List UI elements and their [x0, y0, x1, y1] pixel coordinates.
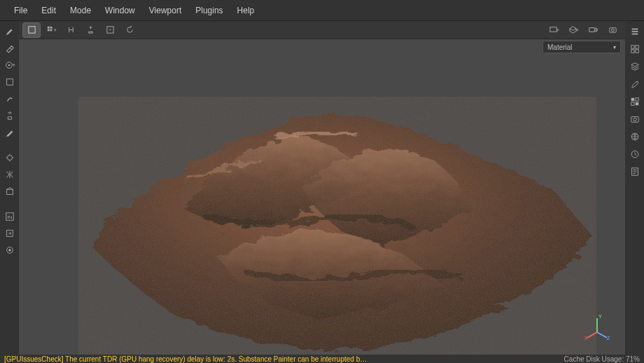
world-icon[interactable] [628, 130, 642, 143]
svg-rect-38 [631, 117, 638, 123]
svg-rect-14 [50, 29, 52, 32]
viewport-toolbar: ▾ ▾ ▾ ▾ [19, 21, 625, 39]
menu-viewport[interactable]: Viewport [142, 6, 188, 15]
menu-file[interactable]: File [7, 6, 34, 15]
bake-icon[interactable] [3, 151, 17, 164]
svg-text:Ps: Ps [7, 214, 12, 219]
svg-rect-31 [635, 46, 638, 48]
material-dropdown[interactable]: Material ▾ [542, 41, 621, 53]
svg-rect-35 [635, 98, 638, 101]
chevron-down-icon: ▾ [613, 44, 616, 50]
mirror-icon[interactable] [3, 168, 17, 181]
menu-mode[interactable]: Mode [63, 6, 98, 15]
svg-point-3 [7, 156, 12, 160]
svg-text:Y: Y [598, 314, 602, 319]
svg-line-23 [597, 332, 607, 338]
svg-rect-33 [635, 50, 638, 53]
svg-point-16 [109, 29, 111, 31]
material-dropdown-label: Material [547, 43, 573, 51]
menu-plugins[interactable]: Plugins [188, 6, 230, 15]
clone-icon[interactable] [3, 109, 17, 122]
svg-rect-12 [50, 27, 52, 29]
status-warning: [GPUIssuesCheck] The current TDR (GPU ha… [4, 355, 367, 363]
menu-window[interactable]: Window [98, 6, 142, 15]
menu-edit[interactable]: Edit [34, 6, 63, 15]
svg-text:X: X [584, 336, 588, 341]
refresh-icon[interactable] [121, 23, 138, 37]
svg-rect-28 [631, 31, 638, 32]
svg-line-22 [587, 332, 597, 338]
svg-rect-36 [631, 102, 634, 105]
axis-gizmo[interactable]: Y X Z [583, 313, 611, 341]
perspective-icon[interactable] [23, 23, 40, 37]
menu-help[interactable]: Help [230, 6, 262, 15]
brush-settings-icon[interactable] [628, 78, 642, 90]
screenshot-icon[interactable] [628, 113, 642, 125]
material-picker-icon[interactable] [3, 126, 17, 139]
ps-icon[interactable]: Ps [3, 210, 17, 223]
export-icon[interactable] [3, 227, 17, 240]
svg-rect-17 [550, 27, 556, 32]
svg-rect-32 [631, 50, 634, 53]
svg-point-1 [8, 64, 10, 67]
layers-icon[interactable] [628, 60, 642, 73]
menubar: File Edit Mode Window Viewport Plugins H… [0, 0, 644, 21]
svg-point-39 [633, 118, 636, 121]
pivot-icon[interactable] [82, 23, 99, 37]
toolbox-icon[interactable] [628, 95, 642, 108]
right-toolbar [625, 21, 644, 355]
left-toolbar: ▾ Ps [0, 21, 19, 355]
svg-point-9 [8, 249, 11, 252]
texture-set-icon[interactable] [628, 43, 642, 55]
smudge-icon[interactable] [3, 93, 17, 105]
capture-icon[interactable] [604, 23, 621, 37]
status-bar: [GPUIssuesCheck] The current TDR (GPU ha… [0, 355, 644, 363]
grid-icon[interactable]: ▾ [43, 23, 59, 37]
svg-rect-11 [47, 27, 49, 29]
symmetry-icon[interactable] [62, 23, 79, 37]
svg-rect-4 [6, 189, 13, 194]
properties-icon[interactable] [628, 25, 642, 38]
svg-rect-13 [47, 29, 49, 32]
svg-text:Z: Z [607, 336, 610, 341]
resource-icon[interactable] [3, 185, 17, 198]
frame-icon[interactable] [102, 23, 118, 37]
dropdown-row: Material ▾ [19, 39, 625, 56]
svg-rect-30 [631, 46, 634, 48]
brush-icon[interactable] [3, 25, 17, 38]
svg-point-20 [611, 29, 614, 32]
svg-rect-34 [631, 98, 634, 101]
history-icon[interactable] [628, 148, 642, 160]
svg-rect-27 [631, 29, 638, 30]
camera-icon[interactable]: ▾ [584, 23, 601, 37]
svg-rect-37 [635, 102, 638, 105]
svg-rect-18 [589, 28, 594, 32]
polyfill-icon[interactable] [3, 76, 17, 88]
status-cache: Cache Disk Usage: 71% [564, 355, 640, 363]
viewport-3d[interactable]: Y X Z [19, 56, 625, 355]
shader-icon[interactable]: ▾ [565, 23, 582, 37]
display-icon[interactable]: ▾ [545, 23, 562, 37]
svg-rect-10 [28, 27, 34, 33]
settings-icon[interactable] [3, 244, 17, 256]
eraser-icon[interactable] [3, 42, 17, 55]
terrain-mesh [78, 97, 596, 355]
log-icon[interactable] [628, 165, 642, 178]
projection-icon[interactable]: ▾ [3, 59, 17, 71]
svg-rect-2 [6, 79, 13, 85]
svg-rect-29 [631, 34, 638, 35]
